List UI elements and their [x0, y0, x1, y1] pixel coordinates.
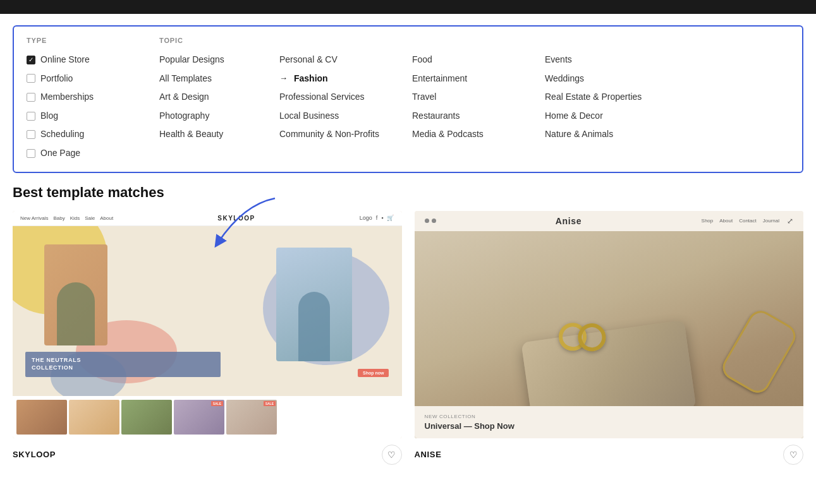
topic-nature-animals[interactable]: Nature & Animals	[545, 126, 684, 143]
anise-card-name: ANISE	[415, 450, 442, 459]
checkbox-scheduling[interactable]	[27, 130, 35, 139]
type-item-memberships[interactable]: Memberships	[27, 89, 159, 105]
skyloop-thumb-1[interactable]	[16, 400, 67, 435]
anise-card-footer: ANISE ♡	[415, 438, 804, 465]
topic-local-business[interactable]: Local Business	[279, 108, 412, 124]
skyloop-favorite-button[interactable]: ♡	[382, 445, 402, 465]
topic-travel[interactable]: Travel	[412, 89, 545, 105]
social-icon-2: ▪	[381, 215, 383, 221]
topic-label-personal-cv: Personal & CV	[279, 54, 338, 66]
topic-fashion[interactable]: → Fashion	[279, 71, 412, 87]
top-bar	[0, 0, 816, 14]
template-card-skyloop[interactable]: New Arrivals Baby Kids Sale About SKYLOO…	[13, 211, 402, 465]
topic-label-media-podcasts: Media & Podcasts	[412, 128, 484, 141]
checkbox-one-page[interactable]	[27, 149, 35, 158]
topic-column-2: Personal & CV → Fashion Professional Ser…	[279, 37, 412, 162]
topic-popular-designs[interactable]: Popular Designs	[159, 52, 279, 68]
skyloop-thumb-5[interactable]: SALE	[226, 400, 277, 435]
topic-label-weddings: Weddings	[545, 73, 584, 85]
topic-home-decor[interactable]: Home & Decor	[545, 108, 684, 124]
topic-header-3	[412, 37, 545, 44]
anise-dot-1	[425, 219, 429, 223]
skyloop-card-footer: SKYLOOP ♡	[13, 438, 402, 465]
skyloop-thumb-2[interactable]	[69, 400, 119, 435]
topic-weddings[interactable]: Weddings	[545, 71, 684, 87]
filter-panel: TYPE ✓ Online Store Portfolio Membership…	[13, 25, 803, 173]
topic-header: TOPIC	[159, 37, 279, 44]
topic-label-photography: Photography	[159, 110, 209, 123]
skyloop-card-name: SKYLOOP	[13, 450, 56, 459]
topic-label-nature-animals: Nature & Animals	[545, 128, 613, 141]
skyloop-left: THE NEUTRALSCOLLECTION	[13, 226, 227, 396]
topic-label-all-templates: All Templates	[159, 73, 212, 85]
anise-dot-2	[432, 219, 436, 223]
social-icon: f	[376, 215, 378, 221]
topic-community[interactable]: Community & Non-Profits	[279, 126, 412, 143]
topic-header-4	[545, 37, 684, 44]
topic-column-4: Events Weddings Real Estate & Properties…	[545, 37, 684, 162]
skyloop-content: THE NEUTRALSCOLLECTION Shop now	[13, 226, 402, 396]
topic-restaurants[interactable]: Restaurants	[412, 108, 545, 124]
topic-label-real-estate: Real Estate & Properties	[545, 91, 642, 104]
template-card-anise[interactable]: Anise Shop About Contact Journal ⤢	[415, 211, 804, 465]
topic-professional-services[interactable]: Professional Services	[279, 89, 412, 105]
topic-art-design[interactable]: Art & Design	[159, 89, 279, 105]
topic-entertainment[interactable]: Entertainment	[412, 71, 545, 87]
anise-hero: NEW COLLECTION Universal — Shop Now	[415, 231, 804, 438]
anise-favorite-button[interactable]: ♡	[783, 445, 803, 465]
topic-column-3: Food Entertainment Travel Restaurants Me…	[412, 37, 545, 162]
skyloop-logo: SKYLOOP	[217, 215, 255, 222]
anise-nav-links: Shop About Contact Journal	[702, 218, 779, 224]
topic-all-templates[interactable]: All Templates	[159, 71, 279, 87]
sale-badge-2: SALE	[264, 401, 276, 406]
topic-header-2	[279, 37, 412, 44]
anise-expand-icon: ⤢	[787, 217, 793, 225]
section-title: Best template matches	[13, 184, 803, 201]
skyloop-thumbnails: SALE SALE	[13, 396, 402, 438]
topic-label-events: Events	[545, 54, 572, 66]
checkbox-portfolio[interactable]	[27, 74, 35, 83]
checkbox-blog[interactable]	[27, 112, 35, 121]
topic-photography[interactable]: Photography	[159, 108, 279, 124]
sale-badge-1: SALE	[211, 401, 223, 406]
skyloop-hero-text: THE NEUTRALSCOLLECTION	[25, 352, 221, 376]
skyloop-shop-button[interactable]: Shop now	[358, 369, 389, 377]
type-label-scheduling: Scheduling	[40, 128, 84, 141]
skyloop-preview[interactable]: New Arrivals Baby Kids Sale About SKYLOO…	[13, 211, 402, 438]
type-item-blog[interactable]: Blog	[27, 108, 159, 124]
templates-grid: New Arrivals Baby Kids Sale About SKYLOO…	[13, 211, 803, 465]
topic-events[interactable]: Events	[545, 52, 684, 68]
topic-label-fashion: Fashion	[294, 73, 328, 85]
type-item-online-store[interactable]: ✓ Online Store	[27, 52, 159, 68]
skyloop-body: THE NEUTRALSCOLLECTION Shop now	[13, 226, 402, 396]
arrow-icon: →	[279, 73, 288, 84]
skyloop-right: Shop now	[227, 226, 402, 396]
type-item-portfolio[interactable]: Portfolio	[27, 71, 159, 87]
anise-nav-dots	[425, 219, 436, 223]
logo-icon: Logo	[360, 215, 372, 221]
topic-real-estate[interactable]: Real Estate & Properties	[545, 89, 684, 105]
topic-media-podcasts[interactable]: Media & Podcasts	[412, 126, 545, 143]
type-column: TYPE ✓ Online Store Portfolio Membership…	[27, 37, 159, 162]
topic-label-restaurants: Restaurants	[412, 110, 460, 123]
topic-health-beauty[interactable]: Health & Beauty	[159, 126, 279, 143]
anise-title: Anise	[556, 216, 582, 226]
type-item-scheduling[interactable]: Scheduling	[27, 126, 159, 143]
topic-label-popular-designs: Popular Designs	[159, 54, 224, 66]
type-label-blog: Blog	[40, 110, 58, 123]
type-item-one-page[interactable]: One Page	[27, 145, 159, 162]
anise-shop-link[interactable]: Universal — Shop Now	[425, 421, 794, 431]
anise-nav: Anise Shop About Contact Journal ⤢	[415, 211, 804, 231]
topic-food[interactable]: Food	[412, 52, 545, 68]
anise-preview[interactable]: Anise Shop About Contact Journal ⤢	[415, 211, 804, 438]
topic-column-1: TOPIC Popular Designs All Templates Art …	[159, 37, 279, 162]
skyloop-child-image	[44, 244, 107, 345]
topic-personal-cv[interactable]: Personal & CV	[279, 52, 412, 68]
checkbox-memberships[interactable]	[27, 93, 35, 102]
skyloop-thumb-3[interactable]	[121, 400, 172, 435]
type-label-portfolio: Portfolio	[40, 73, 73, 85]
checkbox-online-store[interactable]: ✓	[27, 56, 35, 64]
topic-label-community: Community & Non-Profits	[279, 128, 379, 141]
type-label-one-page: One Page	[40, 147, 80, 160]
skyloop-thumb-4[interactable]: SALE	[174, 400, 224, 435]
